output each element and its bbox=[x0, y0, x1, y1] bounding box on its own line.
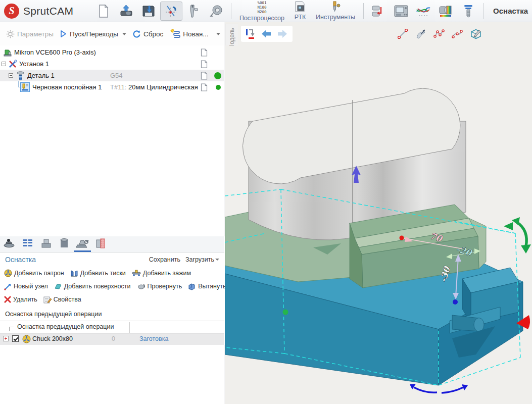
toolbar-separator bbox=[231, 3, 231, 19]
history-group bbox=[241, 26, 293, 42]
add-chuck-button[interactable]: Добавить патрон bbox=[4, 269, 64, 277]
toolbar-separator bbox=[483, 3, 483, 19]
simulation-render-button[interactable] bbox=[434, 2, 457, 21]
reset-button[interactable]: Сброс bbox=[129, 28, 166, 40]
document-icon[interactable] bbox=[201, 60, 208, 68]
collapse-expander[interactable] bbox=[9, 73, 13, 78]
save-button[interactable] bbox=[137, 2, 160, 21]
viewport-toolbar bbox=[225, 22, 532, 45]
chuck-icon bbox=[22, 335, 31, 343]
tree-row-operation[interactable]: Черновая послойная 1 T#11: 20мм Цилиндри… bbox=[0, 81, 224, 93]
roughing-operation-icon bbox=[20, 82, 30, 92]
add-vise-button[interactable]: Добавить тиски bbox=[70, 269, 126, 277]
new-operation-button[interactable]: Новая... bbox=[166, 27, 223, 41]
caliper-button[interactable] bbox=[182, 2, 205, 21]
origin-handle-dot[interactable] bbox=[283, 310, 288, 315]
dimension-origin-handle bbox=[400, 236, 404, 240]
stock-link[interactable]: Заготовка bbox=[139, 335, 168, 342]
tree-row-part[interactable]: Деталь 1 G54 bbox=[0, 70, 224, 81]
tab-fixtures[interactable] bbox=[74, 237, 91, 252]
previous-fixtures-label: Оснастка предыдущей операции bbox=[0, 307, 224, 321]
column-divider[interactable] bbox=[129, 322, 130, 333]
new-document-icon bbox=[97, 4, 110, 18]
snap-mode-button[interactable] bbox=[160, 2, 183, 21]
step-into-icon[interactable] bbox=[245, 28, 256, 40]
gcode-icon: %001 N100 N200 bbox=[257, 1, 266, 14]
edit-3d-box-icon[interactable] bbox=[469, 28, 482, 40]
new-node-button[interactable]: Новый узел bbox=[4, 283, 48, 290]
fixture-table-row[interactable]: Chuck 200x80 0 Заготовка bbox=[0, 333, 224, 345]
part-clamp-icon bbox=[16, 71, 25, 81]
logo-letter: S bbox=[9, 5, 14, 17]
redo-arrow-icon[interactable] bbox=[276, 28, 288, 39]
rotate-fixture-button[interactable]: Провернуть bbox=[137, 283, 182, 290]
spline-icon[interactable] bbox=[451, 28, 463, 40]
dropdown-caret-icon bbox=[216, 33, 220, 35]
measure-tape-button[interactable] bbox=[205, 2, 227, 21]
tab-rotary-table[interactable] bbox=[2, 237, 18, 252]
run-transitions-button[interactable]: Пуск/Переходы bbox=[57, 28, 129, 40]
tab-workpiece-layers[interactable] bbox=[20, 237, 36, 252]
collapse-expander[interactable] bbox=[2, 62, 6, 66]
caliper-icon bbox=[186, 4, 201, 18]
fixture-visible-checkbox[interactable] bbox=[12, 335, 19, 342]
snap-mode-icon bbox=[164, 4, 178, 18]
undo-arrow-icon[interactable] bbox=[260, 28, 272, 39]
previous-fixtures-table-header: Оснастка предыдущей операции bbox=[0, 321, 224, 333]
tools-library-button[interactable]: Инструменты bbox=[311, 1, 360, 22]
parameters-button[interactable]: Параметры bbox=[3, 28, 57, 40]
open-project-button[interactable] bbox=[115, 2, 137, 21]
new-operation-icon bbox=[169, 29, 180, 39]
expand-row-icon[interactable] bbox=[3, 336, 9, 341]
tree-row-machine[interactable]: Mikron VCE600 Pro (3-axis) bbox=[0, 46, 224, 58]
open-project-icon bbox=[119, 4, 133, 18]
document-icon[interactable] bbox=[201, 72, 208, 80]
machine-control-button[interactable] bbox=[390, 2, 412, 21]
load-fixtures-link[interactable]: Загрузить bbox=[185, 256, 219, 263]
transfer-ops-icon bbox=[371, 5, 385, 18]
fixtures-heading: Оснастка bbox=[5, 256, 36, 264]
document-icon[interactable] bbox=[201, 83, 208, 91]
fixture-screw-icon bbox=[462, 4, 474, 18]
setup-icon bbox=[8, 60, 18, 69]
surface-pick-icon[interactable] bbox=[415, 28, 427, 40]
status-ok-dot bbox=[216, 85, 221, 90]
tab-stock-section[interactable] bbox=[93, 237, 108, 252]
measure-tape-icon bbox=[209, 4, 223, 18]
save-icon bbox=[141, 4, 156, 18]
endmill-icon bbox=[329, 1, 342, 13]
viewport-3d-scene[interactable]: 70 -20 -30 bbox=[225, 45, 532, 404]
tab-cylinder-stock[interactable] bbox=[57, 237, 72, 252]
transfer-ops-button[interactable] bbox=[367, 2, 390, 21]
tab-stepped-stock[interactable] bbox=[38, 237, 55, 252]
delete-fixture-button[interactable]: Удалить bbox=[4, 296, 37, 303]
play-icon bbox=[60, 30, 67, 38]
reset-icon bbox=[132, 30, 141, 38]
add-surfaces-button[interactable]: Добавить поверхности bbox=[54, 283, 131, 290]
tool-description: 20мм Цилиндрическая bbox=[128, 83, 198, 91]
save-fixtures-link[interactable]: Сохранить bbox=[149, 256, 180, 263]
active-mode-title: Оснастка bbox=[493, 7, 528, 15]
main-toolbar: S SprutCAM bbox=[0, 0, 532, 22]
fixture-value: 0 bbox=[105, 335, 115, 342]
extrude-fixture-button[interactable]: Вытянуть bbox=[188, 283, 226, 290]
postprocessor-button[interactable]: %001 N100 N200 Постпроцессор bbox=[235, 1, 289, 22]
add-clamp-button[interactable]: Добавить зажим bbox=[132, 269, 191, 277]
graphs-button[interactable] bbox=[412, 2, 434, 21]
wcs-tag: G54 bbox=[110, 72, 123, 79]
project-tree: Mikron VCE600 Pro (3-axis) Установ 1 bbox=[0, 45, 224, 93]
tree-row-setup[interactable]: Установ 1 bbox=[0, 58, 224, 70]
properties-button[interactable]: Свойства bbox=[43, 296, 81, 304]
fixtures-mode-button[interactable] bbox=[457, 2, 479, 21]
fixture-name: Chuck 200x80 bbox=[32, 335, 73, 342]
polyline-icon[interactable] bbox=[433, 28, 445, 40]
new-document-button[interactable] bbox=[92, 2, 115, 21]
viewport-pane: Модель Технология Моделирование bbox=[225, 22, 532, 404]
render-icon bbox=[438, 5, 453, 18]
rtk-button[interactable]: РТК bbox=[289, 1, 311, 22]
left-panel: Параметры Пуск/Переходы Сброс bbox=[0, 22, 224, 404]
draw-line-icon[interactable] bbox=[397, 28, 409, 40]
curves-graph-icon bbox=[416, 5, 431, 18]
document-icon[interactable] bbox=[201, 48, 208, 57]
dropdown-caret-icon bbox=[122, 33, 126, 35]
